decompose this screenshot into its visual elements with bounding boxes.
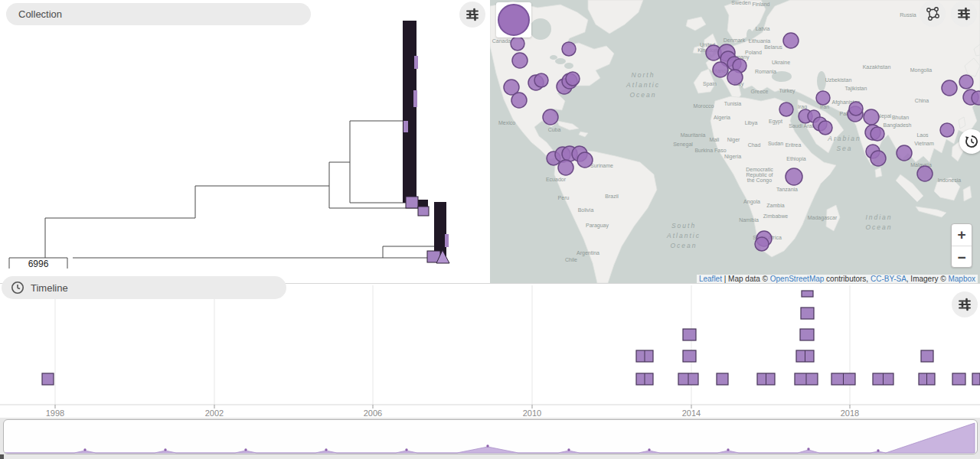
timeline-event[interactable] [801,308,814,319]
map-marker[interactable] [871,151,886,166]
tree-tip[interactable] [413,90,417,107]
density-point [648,448,650,451]
collection-header-pill[interactable]: Collection [6,3,311,25]
map-marker[interactable] [558,160,573,175]
country-label: Madagascar [808,215,838,221]
density-point [567,448,570,451]
map-marker[interactable] [959,75,973,89]
timeline-year-label: 2006 [364,409,382,418]
country-label: Namibia [739,217,759,223]
country-label: Lithuania [749,38,771,44]
map-marker[interactable] [871,127,884,141]
timeline-density-area [4,420,977,454]
map-history-button[interactable] [959,129,980,154]
tree-scale-label: 6996 [28,259,49,269]
sliders-icon [957,297,972,312]
timeline-chart[interactable]: 199820022006201020142018 [0,284,980,418]
map-marker[interactable] [816,91,830,105]
map-settings-button[interactable] [951,1,977,27]
tree-tip[interactable] [414,56,418,69]
country-label: Latvia [756,26,770,31]
country-label: Greece [751,89,769,94]
phylogeny-tree[interactable]: 6996 [0,0,490,283]
map-marker[interactable] [786,168,802,185]
ocean-label: Atlantic [626,81,660,89]
sliders-icon [465,7,480,22]
tree-settings-button[interactable] [459,2,485,28]
density-point [164,448,166,451]
country-label: Egypt [769,119,782,125]
zoom-out-button[interactable]: − [952,246,972,268]
timeline-event[interactable] [972,373,980,385]
country-label: Belarus [764,44,782,50]
ocean-label: South [671,222,696,230]
country-label: Ecuador [546,177,567,182]
map-lasso-button[interactable] [920,1,946,27]
timeline-range-slider[interactable] [3,419,978,454]
ocean-label: Sea [836,145,852,152]
attribution-text: , Imagery © [906,275,949,283]
country-label: Senegal [673,142,693,148]
ccbysa-link[interactable]: CC-BY-SA [871,275,906,283]
map-marker[interactable] [917,166,933,181]
map-marker[interactable] [543,109,558,125]
map-marker[interactable] [864,109,879,125]
tree-tip[interactable] [406,197,418,208]
map-marker[interactable] [511,93,527,108]
tree-dense-clade[interactable] [403,21,416,203]
map-marker[interactable] [727,70,743,85]
timeline-event[interactable] [683,329,696,340]
country-label: Mali [710,137,720,142]
map-marker[interactable] [755,237,769,251]
map-lake [530,18,551,40]
map-marker[interactable] [940,123,954,137]
country-label: Sweden [731,0,750,5]
timeline-event[interactable] [800,329,814,340]
map-marker[interactable] [942,80,957,96]
map-marker[interactable] [818,121,832,135]
timeline-year-label: 1998 [46,409,64,418]
tree-tip[interactable] [418,207,429,216]
map-marker[interactable] [534,73,548,87]
tree-dense-clade[interactable] [434,202,446,254]
density-point [244,448,247,451]
tree-tip[interactable] [403,121,408,132]
map-legend[interactable] [496,2,531,37]
timeline-event[interactable] [683,350,696,362]
tree-tip[interactable] [445,234,449,247]
map-marker[interactable] [562,42,576,56]
map-marker[interactable] [783,33,799,48]
country-label: Spain [703,81,717,87]
timeline-title: Timeline [31,282,68,294]
map-marker[interactable] [897,145,912,161]
map-marker[interactable] [577,152,593,168]
country-label: Chad [748,142,761,148]
timeline-event[interactable] [42,373,54,385]
country-label: Zambia [766,203,784,208]
zoom-in-button[interactable]: + [952,224,972,246]
map-marker[interactable] [511,37,524,50]
timeline-settings-button[interactable] [952,291,978,317]
mapbox-link[interactable]: Mapbox [948,275,975,283]
timeline-year-label: 2002 [205,409,224,418]
openstreetmap-link[interactable]: OpenStreetMap [770,275,825,283]
map-marker[interactable] [779,103,793,116]
ocean-label: Ocean [865,223,892,231]
slider-handle[interactable] [0,454,4,459]
timeline-event[interactable] [802,291,813,297]
leaflet-link[interactable]: Leaflet [699,275,722,283]
timeline-event[interactable] [717,373,728,385]
map-marker[interactable] [713,62,728,77]
country-label: Paraguay [586,223,609,229]
map-marker[interactable] [972,91,980,105]
timeline-event[interactable] [921,350,933,362]
timeline-event[interactable] [952,373,965,385]
country-label: the Congo [747,177,772,184]
map-marker[interactable] [512,53,528,68]
tree-tip-dark[interactable] [418,200,428,207]
map-marker[interactable] [566,72,580,86]
map-marker[interactable] [849,102,863,116]
density-point [877,449,879,451]
timeline-header-pill[interactable]: Timeline [2,276,286,299]
world-map[interactable]: NorthAtlanticOceanSouthAtlanticOceanIndi… [490,0,980,283]
